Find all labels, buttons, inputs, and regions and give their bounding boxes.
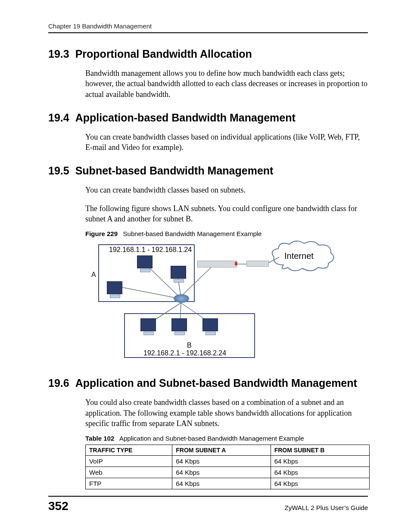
page-number: 352 [48, 499, 68, 513]
cell-subnet-b: 64 Kbps [271, 478, 369, 489]
cell-subnet-a: 64 Kbps [172, 456, 271, 467]
col-from-subnet-a: FROM SUBNET A [172, 445, 271, 456]
subnet-a-label: A [91, 271, 96, 279]
table-header-row: TRAFFIC TYPE FROM SUBNET A FROM SUBNET B [86, 445, 370, 456]
paragraph: You can create bandwidth classes based o… [85, 185, 368, 195]
cell-subnet-a: 64 Kbps [172, 467, 271, 478]
subnet-a-range: 192.168.1.1 - 192.168.1.24 [109, 246, 192, 254]
figure-229: 192.168.1.1 - 192.168.1.24 192.168.2.1 -… [85, 240, 331, 361]
cell-subnet-b: 64 Kbps [271, 456, 369, 467]
heading-number: 19.4 [48, 112, 69, 124]
paragraph: You can create bandwidth classes based o… [85, 132, 368, 153]
table-102: TRAFFIC TYPE FROM SUBNET A FROM SUBNET B… [85, 445, 368, 489]
table-caption-text: Application and Subnet-based Bandwidth M… [119, 435, 304, 442]
computer-icon [140, 318, 156, 331]
table-row: FTP 64 Kbps 64 Kbps [86, 478, 370, 489]
heading-19-3: 19.3Proportional Bandwidth Allocation [48, 48, 368, 60]
table-row: VoIP 64 Kbps 64 Kbps [86, 456, 370, 467]
figure-caption: Figure 229 Subnet-based Bandwidth Manage… [85, 230, 368, 237]
heading-number: 19.3 [48, 48, 69, 60]
running-head: Chapter 19 Bandwidth Management [48, 22, 368, 33]
cell-traffic-type: Web [86, 467, 172, 478]
firewall-device-icon [197, 261, 237, 268]
table-caption: Table 102 Application and Subnet-based B… [85, 435, 368, 442]
section-19-4: 19.4Application-based Bandwidth Manageme… [48, 112, 368, 153]
heading-19-6: 19.6Application and Subnet-based Bandwid… [48, 377, 368, 389]
heading-title: Subnet-based Bandwidth Management [75, 165, 274, 177]
cell-subnet-a: 64 Kbps [172, 478, 271, 489]
heading-number: 19.6 [48, 377, 69, 389]
cell-subnet-b: 64 Kbps [271, 467, 369, 478]
computer-icon [202, 318, 218, 331]
guide-name: ZyWALL 2 Plus User’s Guide [285, 504, 368, 511]
bandwidth-table: TRAFFIC TYPE FROM SUBNET A FROM SUBNET B… [85, 445, 370, 489]
section-19-6: 19.6Application and Subnet-based Bandwid… [48, 377, 368, 489]
col-from-subnet-b: FROM SUBNET B [271, 445, 369, 456]
subnet-b-label: B [187, 342, 192, 349]
heading-number: 19.5 [48, 165, 69, 177]
modem-device-icon [246, 261, 269, 267]
section-19-3: 19.3Proportional Bandwidth Allocation Ba… [48, 48, 368, 100]
internet-label: Internet [284, 251, 314, 261]
table-row: Web 64 Kbps 64 Kbps [86, 467, 370, 478]
figure-caption-text: Subnet-based Bandwidth Management Exampl… [123, 230, 262, 237]
computer-icon [171, 318, 187, 331]
computer-icon [107, 281, 122, 294]
page: Chapter 19 Bandwidth Management 19.3Prop… [0, 0, 411, 532]
page-footer: 352 ZyWALL 2 Plus User’s Guide [48, 496, 368, 513]
heading-title: Application-based Bandwidth Management [75, 112, 296, 124]
paragraph: Bandwidth management allows you to defin… [85, 68, 368, 100]
heading-19-5: 19.5Subnet-based Bandwidth Management [48, 165, 368, 177]
computer-icon [171, 266, 186, 279]
cell-traffic-type: VoIP [86, 456, 172, 467]
section-19-5: 19.5Subnet-based Bandwidth Management Yo… [48, 165, 368, 361]
col-traffic-type: TRAFFIC TYPE [86, 445, 172, 456]
heading-19-4: 19.4Application-based Bandwidth Manageme… [48, 112, 368, 124]
heading-title: Application and Subnet-based Bandwidth M… [75, 377, 357, 389]
subnet-b-range: 192.168.2.1 - 192.168.2.24 [143, 349, 226, 357]
heading-title: Proportional Bandwidth Allocation [75, 48, 252, 60]
figure-label: Figure 229 [85, 230, 118, 237]
paragraph: You could also create bandwidth classes … [85, 397, 368, 429]
cell-traffic-type: FTP [86, 478, 172, 489]
table-label: Table 102 [85, 435, 114, 442]
computer-icon [137, 255, 153, 268]
paragraph: The following figure shows LAN subnets. … [85, 203, 368, 224]
